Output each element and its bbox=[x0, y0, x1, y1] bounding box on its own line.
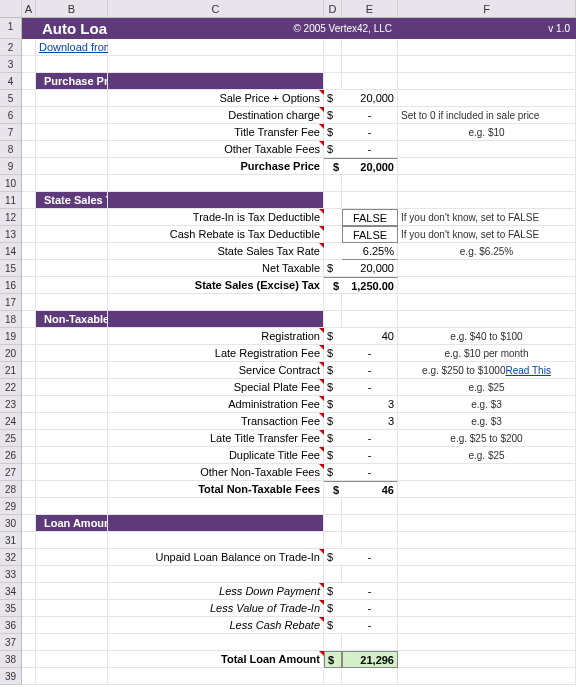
col-C[interactable]: C bbox=[108, 0, 324, 17]
row-36[interactable]: 36 bbox=[0, 617, 22, 634]
label-late-reg: Late Registration Fee bbox=[108, 345, 324, 362]
row-8[interactable]: 8 bbox=[0, 141, 22, 158]
cell[interactable]: $ bbox=[324, 158, 342, 175]
row-28[interactable]: 28 bbox=[0, 481, 22, 498]
row-11[interactable]: 11 bbox=[0, 192, 22, 209]
cell[interactable]: $ bbox=[324, 107, 342, 124]
cell[interactable]: - bbox=[342, 345, 398, 362]
cell[interactable]: $ bbox=[324, 583, 342, 600]
col-A[interactable]: A bbox=[22, 0, 36, 17]
col-D[interactable]: D bbox=[324, 0, 342, 17]
cell[interactable]: - bbox=[342, 379, 398, 396]
cell[interactable]: $ bbox=[324, 379, 342, 396]
cell[interactable]: $ bbox=[324, 141, 342, 158]
row-9[interactable]: 9 bbox=[0, 158, 22, 175]
row-19[interactable]: 19 bbox=[0, 328, 22, 345]
cell[interactable]: FALSE bbox=[342, 226, 398, 243]
cell[interactable]: 6.25% bbox=[342, 243, 398, 260]
cell[interactable]: - bbox=[342, 362, 398, 379]
row-4[interactable]: 4 bbox=[0, 73, 22, 90]
cell[interactable]: 3 bbox=[342, 413, 398, 430]
row-32[interactable]: 32 bbox=[0, 549, 22, 566]
cell[interactable]: - bbox=[342, 124, 398, 141]
cell[interactable]: - bbox=[342, 583, 398, 600]
row-26[interactable]: 26 bbox=[0, 447, 22, 464]
cell[interactable]: $ bbox=[324, 124, 342, 141]
cell[interactable]: 3 bbox=[342, 396, 398, 413]
read-this-link[interactable]: Read This bbox=[506, 365, 551, 376]
cell-total-loan[interactable]: 21,296 bbox=[342, 651, 398, 668]
row-13[interactable]: 13 bbox=[0, 226, 22, 243]
row-24[interactable]: 24 bbox=[0, 413, 22, 430]
cell[interactable]: - bbox=[342, 549, 398, 566]
row-18[interactable]: 18 bbox=[0, 311, 22, 328]
cell[interactable]: - bbox=[342, 430, 398, 447]
col-B[interactable]: B bbox=[36, 0, 108, 17]
col-F[interactable]: F bbox=[398, 0, 576, 17]
cell[interactable]: 20,000 bbox=[342, 158, 398, 175]
cell[interactable]: FALSE bbox=[342, 209, 398, 226]
cell[interactable]: $ bbox=[324, 617, 342, 634]
cell[interactable]: - bbox=[342, 600, 398, 617]
cell[interactable]: 20,000 bbox=[342, 90, 398, 107]
row-33[interactable]: 33 bbox=[0, 566, 22, 583]
cell[interactable]: - bbox=[342, 447, 398, 464]
cell[interactable]: $ bbox=[324, 328, 342, 345]
row-31[interactable]: 31 bbox=[0, 532, 22, 549]
row-21[interactable]: 21 bbox=[0, 362, 22, 379]
cell[interactable]: $ bbox=[324, 600, 342, 617]
download-link[interactable]: Download from vertex42.com bbox=[36, 39, 108, 56]
cell[interactable]: $ bbox=[324, 481, 342, 498]
row-12[interactable]: 12 bbox=[0, 209, 22, 226]
label-total-loan: Total Loan Amount bbox=[108, 651, 324, 668]
row-22[interactable]: 22 bbox=[0, 379, 22, 396]
col-E[interactable]: E bbox=[342, 0, 398, 17]
row-29[interactable]: 29 bbox=[0, 498, 22, 515]
cell[interactable]: 1,250.00 bbox=[342, 277, 398, 294]
cell[interactable]: $ bbox=[324, 464, 342, 481]
version: v 1.0 bbox=[398, 18, 576, 39]
row-14[interactable]: 14 bbox=[0, 243, 22, 260]
cell[interactable]: $ bbox=[324, 277, 342, 294]
row-39[interactable]: 39 bbox=[0, 668, 22, 685]
cell[interactable]: $ bbox=[324, 430, 342, 447]
row-27[interactable]: 27 bbox=[0, 464, 22, 481]
row-10[interactable]: 10 bbox=[0, 175, 22, 192]
cell[interactable]: $ bbox=[324, 549, 342, 566]
cell[interactable]: $ bbox=[324, 345, 342, 362]
row-5[interactable]: 5 bbox=[0, 90, 22, 107]
row-6[interactable]: 6 bbox=[0, 107, 22, 124]
cell[interactable]: $ bbox=[324, 90, 342, 107]
row-30[interactable]: 30 bbox=[0, 515, 22, 532]
cell[interactable]: $ bbox=[324, 447, 342, 464]
cell[interactable]: 20,000 bbox=[342, 260, 398, 277]
cell[interactable]: $ bbox=[324, 413, 342, 430]
row-25[interactable]: 25 bbox=[0, 430, 22, 447]
row-38[interactable]: 38 bbox=[0, 651, 22, 668]
cell[interactable]: $ bbox=[324, 260, 342, 277]
label-less-tradein: Less Value of Trade-In bbox=[108, 600, 324, 617]
row-16[interactable]: 16 bbox=[0, 277, 22, 294]
row-20[interactable]: 20 bbox=[0, 345, 22, 362]
row-35[interactable]: 35 bbox=[0, 600, 22, 617]
cell[interactable]: - bbox=[342, 107, 398, 124]
row-34[interactable]: 34 bbox=[0, 583, 22, 600]
cell[interactable]: 40 bbox=[342, 328, 398, 345]
cell[interactable]: $ bbox=[324, 396, 342, 413]
row-15[interactable]: 15 bbox=[0, 260, 22, 277]
row-2[interactable]: 2 bbox=[0, 39, 22, 56]
row-7[interactable]: 7 bbox=[0, 124, 22, 141]
row-37[interactable]: 37 bbox=[0, 634, 22, 651]
cell[interactable]: - bbox=[342, 141, 398, 158]
cell[interactable]: - bbox=[342, 464, 398, 481]
cell[interactable]: 46 bbox=[342, 481, 398, 498]
cell[interactable]: $ bbox=[324, 362, 342, 379]
row-17[interactable]: 17 bbox=[0, 294, 22, 311]
label-purchase-total: Purchase Price bbox=[108, 158, 324, 175]
row-3[interactable]: 3 bbox=[0, 56, 22, 73]
cell[interactable]: $ bbox=[324, 651, 342, 668]
cell[interactable]: - bbox=[342, 617, 398, 634]
label-tax-rate: State Sales Tax Rate bbox=[108, 243, 324, 260]
row-23[interactable]: 23 bbox=[0, 396, 22, 413]
row-1[interactable]: 1 bbox=[0, 18, 22, 39]
